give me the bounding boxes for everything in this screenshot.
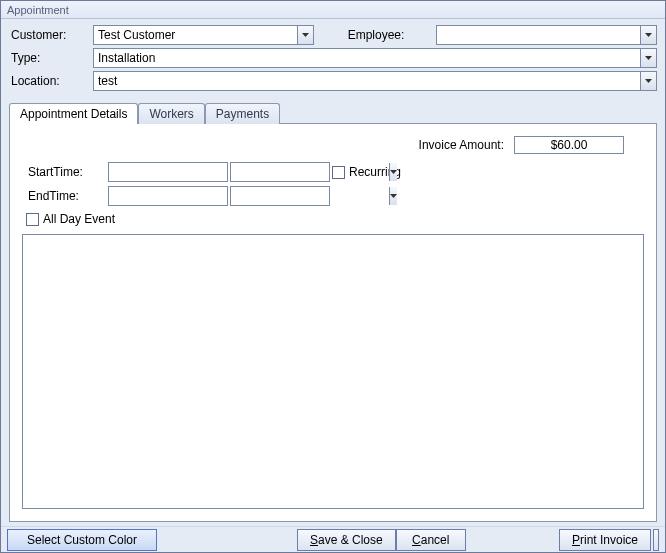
tab-workers[interactable]: Workers [138, 103, 204, 124]
dropdown-arrow-icon[interactable] [640, 72, 656, 90]
dropdown-arrow-icon[interactable] [297, 26, 313, 44]
checkbox-icon[interactable] [26, 213, 39, 226]
employee-input[interactable] [437, 26, 640, 44]
endtime-label: EndTime: [26, 189, 106, 203]
select-custom-color-button[interactable]: Select Custom Color [7, 529, 157, 551]
customer-label: Customer: [9, 28, 87, 42]
starttime-label: StartTime: [26, 165, 106, 179]
footer: Select Custom Color Save & Close Cancel … [1, 526, 665, 552]
customer-combo[interactable] [93, 25, 314, 45]
save-and-close-button[interactable]: Save & Close [297, 529, 396, 551]
header-form: Customer: Employee: Type: Location: [1, 19, 665, 101]
dropdown-arrow-icon[interactable] [389, 163, 397, 181]
starttime-time-combo[interactable] [230, 162, 330, 182]
endtime-date-input[interactable] [108, 186, 228, 206]
invoice-row: Invoice Amount: $60.00 [22, 134, 644, 162]
starttime-date-input[interactable] [108, 162, 228, 182]
tabstrip: Appointment Details Workers Payments [9, 101, 657, 123]
tabpanel-details: Invoice Amount: $60.00 StartTime: Recurr… [9, 123, 657, 522]
location-combo[interactable] [93, 71, 657, 91]
invoice-amount-label: Invoice Amount: [419, 138, 504, 152]
location-input[interactable] [94, 72, 640, 90]
tab-payments[interactable]: Payments [205, 103, 280, 124]
employee-combo[interactable] [436, 25, 657, 45]
invoice-amount-value: $60.00 [514, 136, 624, 154]
customer-input[interactable] [94, 26, 297, 44]
dropdown-arrow-icon[interactable] [640, 49, 656, 67]
type-input[interactable] [94, 49, 640, 67]
type-combo[interactable] [93, 48, 657, 68]
allday-label: All Day Event [43, 212, 115, 226]
notes-textarea[interactable] [22, 234, 644, 509]
time-grid: StartTime: Recurring EndTime: [22, 162, 622, 206]
footer-handle[interactable] [653, 529, 659, 551]
location-label: Location: [9, 74, 87, 88]
allday-checkbox[interactable]: All Day Event [22, 206, 644, 232]
type-label: Type: [9, 51, 87, 65]
appointment-window: Appointment Customer: Employee: Type: Lo… [0, 0, 666, 553]
print-invoice-button[interactable]: Print Invoice [559, 529, 651, 551]
endtime-time-combo[interactable] [230, 186, 330, 206]
employee-label: Employee: [320, 28, 430, 42]
dropdown-arrow-icon[interactable] [640, 26, 656, 44]
window-title: Appointment [1, 1, 665, 19]
dropdown-arrow-icon[interactable] [389, 187, 397, 205]
tab-appointment-details[interactable]: Appointment Details [9, 103, 138, 124]
tabs-area: Appointment Details Workers Payments Inv… [1, 101, 665, 526]
cancel-button[interactable]: Cancel [396, 529, 466, 551]
